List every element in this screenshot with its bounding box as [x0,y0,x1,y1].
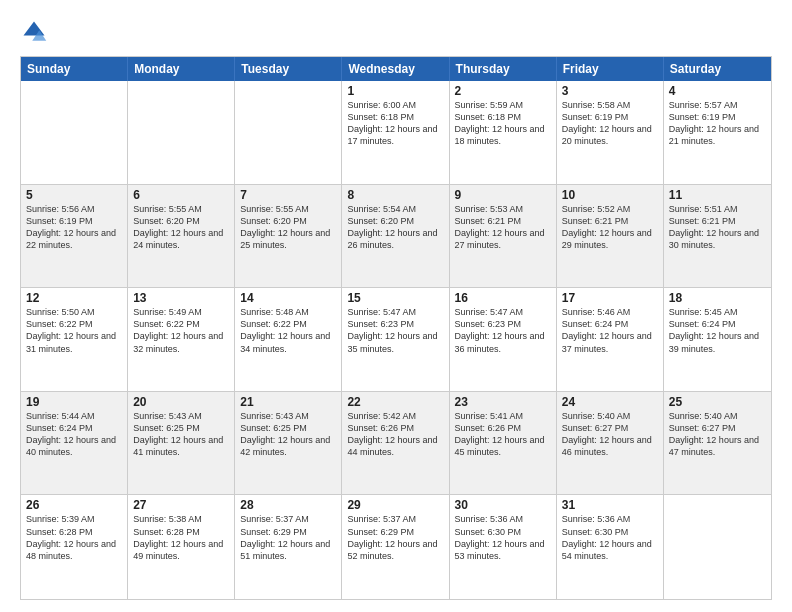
calendar-cell: 9Sunrise: 5:53 AM Sunset: 6:21 PM Daylig… [450,185,557,288]
calendar-cell: 13Sunrise: 5:49 AM Sunset: 6:22 PM Dayli… [128,288,235,391]
calendar-row: 19Sunrise: 5:44 AM Sunset: 6:24 PM Dayli… [21,392,771,496]
cell-info: Sunrise: 5:40 AM Sunset: 6:27 PM Dayligh… [562,410,658,459]
day-number: 1 [347,84,443,98]
day-number: 6 [133,188,229,202]
calendar-cell: 17Sunrise: 5:46 AM Sunset: 6:24 PM Dayli… [557,288,664,391]
calendar-cell: 12Sunrise: 5:50 AM Sunset: 6:22 PM Dayli… [21,288,128,391]
cell-info: Sunrise: 5:55 AM Sunset: 6:20 PM Dayligh… [133,203,229,252]
cell-info: Sunrise: 5:45 AM Sunset: 6:24 PM Dayligh… [669,306,766,355]
day-number: 9 [455,188,551,202]
calendar-cell: 29Sunrise: 5:37 AM Sunset: 6:29 PM Dayli… [342,495,449,599]
header [20,18,772,46]
day-number: 13 [133,291,229,305]
calendar-cell: 10Sunrise: 5:52 AM Sunset: 6:21 PM Dayli… [557,185,664,288]
day-number: 31 [562,498,658,512]
calendar-cell: 5Sunrise: 5:56 AM Sunset: 6:19 PM Daylig… [21,185,128,288]
cell-info: Sunrise: 5:47 AM Sunset: 6:23 PM Dayligh… [455,306,551,355]
calendar-body: 1Sunrise: 6:00 AM Sunset: 6:18 PM Daylig… [21,81,771,599]
day-number: 8 [347,188,443,202]
day-number: 27 [133,498,229,512]
day-number: 5 [26,188,122,202]
calendar-cell: 11Sunrise: 5:51 AM Sunset: 6:21 PM Dayli… [664,185,771,288]
logo [20,18,52,46]
day-number: 28 [240,498,336,512]
cell-info: Sunrise: 5:58 AM Sunset: 6:19 PM Dayligh… [562,99,658,148]
day-number: 29 [347,498,443,512]
calendar-cell: 6Sunrise: 5:55 AM Sunset: 6:20 PM Daylig… [128,185,235,288]
cell-info: Sunrise: 5:38 AM Sunset: 6:28 PM Dayligh… [133,513,229,562]
calendar-cell: 21Sunrise: 5:43 AM Sunset: 6:25 PM Dayli… [235,392,342,495]
day-number: 30 [455,498,551,512]
day-number: 14 [240,291,336,305]
cell-info: Sunrise: 5:43 AM Sunset: 6:25 PM Dayligh… [133,410,229,459]
calendar-cell: 14Sunrise: 5:48 AM Sunset: 6:22 PM Dayli… [235,288,342,391]
day-number: 25 [669,395,766,409]
calendar: SundayMondayTuesdayWednesdayThursdayFrid… [20,56,772,600]
calendar-cell: 15Sunrise: 5:47 AM Sunset: 6:23 PM Dayli… [342,288,449,391]
calendar-header-cell: Tuesday [235,57,342,81]
calendar-cell: 28Sunrise: 5:37 AM Sunset: 6:29 PM Dayli… [235,495,342,599]
calendar-cell: 27Sunrise: 5:38 AM Sunset: 6:28 PM Dayli… [128,495,235,599]
cell-info: Sunrise: 5:57 AM Sunset: 6:19 PM Dayligh… [669,99,766,148]
cell-info: Sunrise: 5:53 AM Sunset: 6:21 PM Dayligh… [455,203,551,252]
cell-info: Sunrise: 5:47 AM Sunset: 6:23 PM Dayligh… [347,306,443,355]
day-number: 24 [562,395,658,409]
calendar-cell: 19Sunrise: 5:44 AM Sunset: 6:24 PM Dayli… [21,392,128,495]
calendar-cell: 20Sunrise: 5:43 AM Sunset: 6:25 PM Dayli… [128,392,235,495]
cell-info: Sunrise: 5:59 AM Sunset: 6:18 PM Dayligh… [455,99,551,148]
calendar-cell: 16Sunrise: 5:47 AM Sunset: 6:23 PM Dayli… [450,288,557,391]
day-number: 23 [455,395,551,409]
cell-info: Sunrise: 5:39 AM Sunset: 6:28 PM Dayligh… [26,513,122,562]
day-number: 10 [562,188,658,202]
calendar-cell [21,81,128,184]
cell-info: Sunrise: 5:50 AM Sunset: 6:22 PM Dayligh… [26,306,122,355]
calendar-header: SundayMondayTuesdayWednesdayThursdayFrid… [21,57,771,81]
calendar-cell [664,495,771,599]
day-number: 7 [240,188,336,202]
day-number: 20 [133,395,229,409]
calendar-cell: 18Sunrise: 5:45 AM Sunset: 6:24 PM Dayli… [664,288,771,391]
cell-info: Sunrise: 5:37 AM Sunset: 6:29 PM Dayligh… [347,513,443,562]
cell-info: Sunrise: 5:49 AM Sunset: 6:22 PM Dayligh… [133,306,229,355]
cell-info: Sunrise: 5:40 AM Sunset: 6:27 PM Dayligh… [669,410,766,459]
cell-info: Sunrise: 5:56 AM Sunset: 6:19 PM Dayligh… [26,203,122,252]
calendar-cell: 1Sunrise: 6:00 AM Sunset: 6:18 PM Daylig… [342,81,449,184]
calendar-cell: 26Sunrise: 5:39 AM Sunset: 6:28 PM Dayli… [21,495,128,599]
calendar-cell: 31Sunrise: 5:36 AM Sunset: 6:30 PM Dayli… [557,495,664,599]
day-number: 11 [669,188,766,202]
calendar-row: 5Sunrise: 5:56 AM Sunset: 6:19 PM Daylig… [21,185,771,289]
day-number: 12 [26,291,122,305]
day-number: 19 [26,395,122,409]
day-number: 3 [562,84,658,98]
calendar-header-cell: Friday [557,57,664,81]
calendar-row: 1Sunrise: 6:00 AM Sunset: 6:18 PM Daylig… [21,81,771,185]
day-number: 17 [562,291,658,305]
cell-info: Sunrise: 5:55 AM Sunset: 6:20 PM Dayligh… [240,203,336,252]
cell-info: Sunrise: 5:42 AM Sunset: 6:26 PM Dayligh… [347,410,443,459]
cell-info: Sunrise: 6:00 AM Sunset: 6:18 PM Dayligh… [347,99,443,148]
calendar-cell: 22Sunrise: 5:42 AM Sunset: 6:26 PM Dayli… [342,392,449,495]
calendar-row: 12Sunrise: 5:50 AM Sunset: 6:22 PM Dayli… [21,288,771,392]
cell-info: Sunrise: 5:46 AM Sunset: 6:24 PM Dayligh… [562,306,658,355]
page: SundayMondayTuesdayWednesdayThursdayFrid… [0,0,792,612]
calendar-cell: 25Sunrise: 5:40 AM Sunset: 6:27 PM Dayli… [664,392,771,495]
calendar-cell: 24Sunrise: 5:40 AM Sunset: 6:27 PM Dayli… [557,392,664,495]
day-number: 26 [26,498,122,512]
cell-info: Sunrise: 5:48 AM Sunset: 6:22 PM Dayligh… [240,306,336,355]
cell-info: Sunrise: 5:36 AM Sunset: 6:30 PM Dayligh… [562,513,658,562]
calendar-cell: 7Sunrise: 5:55 AM Sunset: 6:20 PM Daylig… [235,185,342,288]
cell-info: Sunrise: 5:51 AM Sunset: 6:21 PM Dayligh… [669,203,766,252]
day-number: 15 [347,291,443,305]
calendar-header-cell: Saturday [664,57,771,81]
calendar-cell: 23Sunrise: 5:41 AM Sunset: 6:26 PM Dayli… [450,392,557,495]
calendar-cell: 2Sunrise: 5:59 AM Sunset: 6:18 PM Daylig… [450,81,557,184]
day-number: 18 [669,291,766,305]
calendar-header-cell: Thursday [450,57,557,81]
calendar-row: 26Sunrise: 5:39 AM Sunset: 6:28 PM Dayli… [21,495,771,599]
day-number: 16 [455,291,551,305]
calendar-cell: 4Sunrise: 5:57 AM Sunset: 6:19 PM Daylig… [664,81,771,184]
calendar-cell [128,81,235,184]
calendar-header-cell: Wednesday [342,57,449,81]
day-number: 2 [455,84,551,98]
calendar-header-cell: Monday [128,57,235,81]
